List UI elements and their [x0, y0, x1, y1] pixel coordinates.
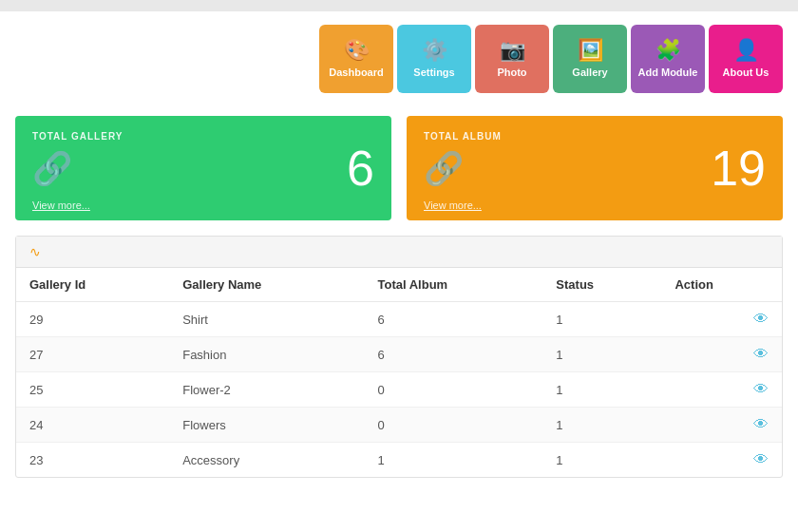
rss-icon: ∿ — [29, 244, 41, 259]
cell-id: 27 — [16, 337, 169, 372]
table-body: 29 Shirt 6 1 👁 27 Fashion 6 1 👁 25 Flowe… — [16, 302, 782, 478]
table-row: 29 Shirt 6 1 👁 — [16, 302, 782, 337]
cell-total-album: 1 — [364, 443, 542, 478]
stat-icon-total-album: 🔗 — [424, 149, 464, 187]
cell-status: 1 — [542, 372, 661, 408]
cell-action[interactable]: 👁 — [661, 337, 782, 372]
settings-icon: ⚙️ — [422, 40, 447, 61]
stat-link-total-gallery[interactable]: View more... — [32, 194, 374, 211]
gallery-table: Gallery IdGallery NameTotal AlbumStatusA… — [16, 268, 782, 477]
stat-value-total-gallery: 6 — [347, 143, 374, 193]
nav-btn-dashboard[interactable]: 🎨 Dashboard — [319, 25, 393, 93]
view-icon[interactable]: 👁 — [753, 381, 769, 397]
nav-btn-settings[interactable]: ⚙️ Settings — [397, 25, 471, 93]
stat-body-total-album: 🔗 19 — [424, 142, 766, 194]
gallery-icon: 🖼️ — [578, 40, 603, 61]
nav-btn-addmodule[interactable]: 🧩 Add Module — [631, 25, 705, 93]
col-header-status: Status — [542, 268, 661, 302]
cell-status: 1 — [542, 302, 661, 337]
gallery-label: Gallery — [572, 66, 607, 78]
cell-action[interactable]: 👁 — [661, 408, 782, 443]
cell-name[interactable]: Flowers — [169, 408, 364, 443]
stats-row: TOTAL GALLERY 🔗 6 View more... TOTAL ALB… — [0, 106, 798, 230]
photo-label: Photo — [497, 66, 526, 78]
stat-label-total-album: TOTAL ALBUM — [424, 131, 766, 142]
stat-icon-total-gallery: 🔗 — [32, 149, 72, 187]
table-row: 25 Flower-2 0 1 👁 — [16, 372, 782, 408]
cell-id: 24 — [16, 408, 169, 443]
header: 🎨 Dashboard ⚙️ Settings 📷 Photo 🖼️ Galle… — [0, 11, 798, 106]
stat-card-total-gallery: TOTAL GALLERY 🔗 6 View more... — [15, 116, 391, 220]
cell-status: 1 — [542, 408, 661, 443]
recent-section: ∿ Gallery IdGallery NameTotal AlbumStatu… — [15, 236, 783, 478]
cell-action[interactable]: 👁 — [661, 443, 782, 478]
cell-name[interactable]: Fashion — [169, 337, 364, 372]
stat-label-total-gallery: TOTAL GALLERY — [32, 131, 374, 142]
breadcrumb — [0, 0, 798, 11]
cell-total-album: 6 — [364, 337, 542, 372]
dashboard-label: Dashboard — [329, 66, 383, 78]
table-header-row: Gallery IdGallery NameTotal AlbumStatusA… — [16, 268, 782, 302]
addmodule-icon: 🧩 — [656, 40, 681, 61]
view-icon[interactable]: 👁 — [753, 346, 769, 362]
cell-status: 1 — [542, 337, 661, 372]
cell-id: 25 — [16, 372, 169, 408]
about-label: About Us — [723, 66, 770, 78]
col-header-total-album: Total Album — [364, 268, 542, 302]
stat-link-total-album[interactable]: View more... — [424, 194, 766, 211]
cell-name[interactable]: Accessory — [169, 443, 364, 478]
nav-buttons: 🎨 Dashboard ⚙️ Settings 📷 Photo 🖼️ Galle… — [319, 25, 783, 93]
cell-total-album: 6 — [364, 302, 542, 337]
cell-id: 23 — [16, 443, 169, 478]
table-head: Gallery IdGallery NameTotal AlbumStatusA… — [16, 268, 782, 302]
col-header-action: Action — [661, 268, 782, 302]
dashboard-icon: 🎨 — [344, 40, 370, 61]
stat-value-total-album: 19 — [711, 143, 766, 193]
photo-icon: 📷 — [500, 40, 525, 61]
table-row: 24 Flowers 0 1 👁 — [16, 408, 782, 443]
cell-id: 29 — [16, 302, 169, 337]
stat-body-total-gallery: 🔗 6 — [32, 142, 374, 194]
cell-action[interactable]: 👁 — [661, 302, 782, 337]
nav-btn-gallery[interactable]: 🖼️ Gallery — [553, 25, 627, 93]
view-icon[interactable]: 👁 — [753, 311, 769, 327]
recent-header: ∿ — [16, 237, 782, 268]
view-icon[interactable]: 👁 — [753, 451, 769, 467]
nav-btn-photo[interactable]: 📷 Photo — [475, 25, 549, 93]
table-row: 27 Fashion 6 1 👁 — [16, 337, 782, 372]
addmodule-label: Add Module — [638, 66, 698, 78]
stat-card-total-album: TOTAL ALBUM 🔗 19 View more... — [407, 116, 783, 220]
cell-name[interactable]: Flower-2 — [169, 372, 364, 408]
col-header-gallery-name: Gallery Name — [169, 268, 364, 302]
col-header-gallery-id: Gallery Id — [16, 268, 169, 302]
about-icon: 👤 — [733, 40, 759, 61]
table-row: 23 Accessory 1 1 👁 — [16, 443, 782, 478]
settings-label: Settings — [413, 66, 454, 78]
cell-status: 1 — [542, 443, 661, 478]
cell-name[interactable]: Shirt — [169, 302, 364, 337]
view-icon[interactable]: 👁 — [753, 416, 769, 432]
nav-btn-about[interactable]: 👤 About Us — [709, 25, 783, 93]
cell-action[interactable]: 👁 — [661, 372, 782, 408]
cell-total-album: 0 — [364, 372, 542, 408]
cell-total-album: 0 — [364, 408, 542, 443]
